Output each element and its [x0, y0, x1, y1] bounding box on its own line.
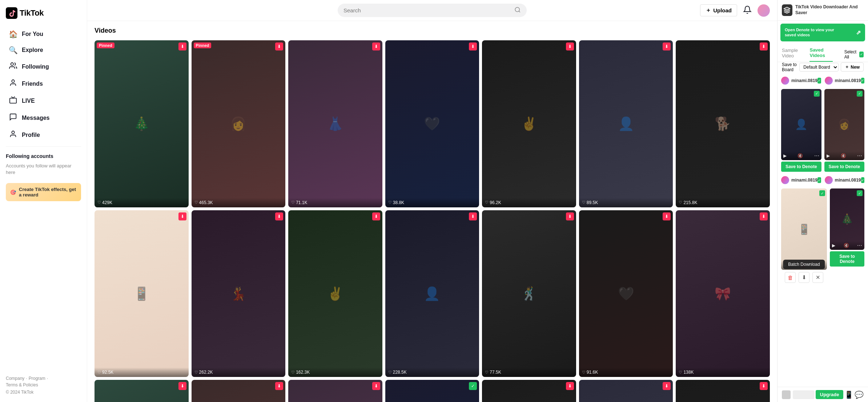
download-badge[interactable]: ⬇	[372, 212, 380, 220]
video-checkbox[interactable]: ✓	[857, 190, 863, 196]
volume-icon[interactable]: 🔇	[797, 153, 803, 158]
video-card[interactable]: 🎩 ⬇ ♡ 84K	[95, 380, 189, 402]
more-options-icon[interactable]: ⋯	[814, 153, 819, 159]
download-badge[interactable]: ⬇	[469, 212, 477, 220]
upgrade-button[interactable]: Upgrade	[816, 390, 844, 399]
like-count: 71.1K	[296, 200, 307, 205]
download-badge[interactable]: ⬇	[178, 382, 186, 390]
volume-icon[interactable]: 🔇	[841, 153, 846, 158]
video-card[interactable]: 🐕 ⬇ ♡ 215.8K	[676, 40, 770, 207]
denote-video-item[interactable]: 🎄 ✓ ▶ 🔇 ⋯	[830, 188, 864, 250]
download-badge[interactable]: ⬇	[469, 42, 477, 50]
create-effects-icon: 🎯	[10, 190, 16, 195]
close-button[interactable]: ✕	[812, 272, 823, 283]
download-badge[interactable]: ⬇	[663, 42, 671, 50]
search-input[interactable]	[343, 7, 511, 13]
company-link[interactable]: Company	[6, 376, 24, 381]
volume-icon[interactable]: 🔇	[844, 243, 849, 248]
video-checkbox[interactable]: ✓	[819, 190, 825, 196]
video-card[interactable]: 👤 ⬇ ♡ 240K	[482, 380, 576, 402]
video-card[interactable]: 🎀 ⬇ ♡ 138K	[676, 210, 770, 377]
sidebar-item-live[interactable]: LIVE	[3, 92, 84, 109]
video-card[interactable]: 👗 ⬇ ♡ 71.1K	[288, 40, 382, 207]
search-bar[interactable]	[338, 4, 527, 17]
phone-icon[interactable]: 📱	[844, 390, 853, 399]
user-checkbox[interactable]: ✓	[861, 177, 864, 183]
video-card[interactable]: 👆 ⬇ ♡ 107K	[192, 380, 286, 402]
following-accounts-title: Following accounts	[0, 150, 87, 161]
video-card[interactable]: 🎄 Pinned ⬇ ♡ 429K	[95, 40, 189, 207]
user-checkbox[interactable]: ✓	[817, 177, 821, 183]
sidebar-item-messages[interactable]: Messages	[3, 109, 84, 126]
sidebar-item-following[interactable]: Following	[3, 58, 84, 75]
terms-link[interactable]: Terms & Policies	[6, 382, 38, 387]
video-card[interactable]: 🖤 ⬇ ♡ 38.8K	[385, 40, 479, 207]
create-effects-button[interactable]: 🎯 Create TikTok effects, get a reward	[6, 183, 81, 201]
video-card[interactable]: 🌑 ✓ ♡ 53K	[385, 380, 479, 402]
heart-icon: ♡	[582, 370, 586, 375]
tab-saved-videos[interactable]: Saved Videos	[809, 47, 832, 62]
download-badge[interactable]: ⬇	[566, 42, 574, 50]
avatar[interactable]	[758, 4, 770, 17]
board-select[interactable]: Default Board	[799, 63, 839, 72]
download-badge[interactable]: ⬇	[275, 212, 283, 220]
video-card[interactable]: 💃 ⬇ ♡ 262.2K	[192, 210, 286, 377]
sidebar-item-explore[interactable]: 🔍 Explore	[3, 42, 84, 58]
user-checkbox[interactable]: ✓	[861, 78, 864, 84]
select-all-area[interactable]: Select All ✓	[844, 49, 864, 60]
download-badge[interactable]: ⬇	[275, 42, 283, 50]
video-card[interactable]: ✌️ ⬇ ♡ 162.3K	[288, 210, 382, 377]
save-to-denote-button[interactable]: Save to Denote	[824, 162, 865, 172]
select-all-checkbox[interactable]: ✓	[859, 52, 864, 57]
more-options-icon[interactable]: ⋯	[857, 243, 862, 248]
download-badge[interactable]: ⬇	[178, 212, 186, 220]
chat-icon[interactable]: 💬	[855, 390, 864, 399]
download-badge[interactable]: ⬇	[663, 382, 671, 390]
tiktok-logo[interactable]: TikTok	[0, 4, 87, 26]
video-card[interactable]: 👤 ⬇ ♡ 89.5K	[579, 40, 673, 207]
video-card[interactable]: 👤 ⬇ ♡ 228.5K	[385, 210, 479, 377]
denote-video-item[interactable]: 👤 ✓ ▶ 🔇 ⋯	[781, 89, 821, 160]
video-card[interactable]: 🕺 ⬇ ♡ 77.5K	[482, 210, 576, 377]
save-to-denote-button[interactable]: Save to Denote	[781, 162, 821, 172]
video-card[interactable]: 📱 ⬇ ♡ 92.5K	[95, 210, 189, 377]
download-badge[interactable]: ⬇	[566, 212, 574, 220]
new-board-button[interactable]: ＋ New	[841, 62, 864, 72]
more-options-icon[interactable]: ⋯	[857, 153, 862, 159]
video-card[interactable]: ✌️ ⬇ ♡ 96.2K	[482, 40, 576, 207]
play-icon[interactable]: ▶	[783, 153, 787, 158]
download-badge[interactable]: ⬇	[372, 42, 380, 50]
user-checkbox[interactable]: ✓	[817, 78, 821, 84]
notifications-icon[interactable]	[743, 5, 752, 15]
upload-button[interactable]: ＋ Upload	[700, 4, 737, 16]
download-badge[interactable]: ⬇	[760, 382, 768, 390]
video-checkbox[interactable]: ✓	[857, 91, 863, 97]
delete-button[interactable]: 🗑	[785, 272, 796, 283]
open-denote-button[interactable]: Open Denote to view your saved videos ⇗	[780, 24, 865, 41]
video-checkbox[interactable]: ✓	[814, 91, 820, 97]
download-badge[interactable]: ⬇	[178, 42, 186, 50]
sidebar-item-for-you[interactable]: 🏠 For You	[3, 26, 84, 42]
video-card[interactable]: 🌑 ⬇ ♡ 119K	[288, 380, 382, 402]
video-card[interactable]: 🐩 ⬇ ♡ 115K	[579, 380, 673, 402]
denote-video-item[interactable]: 📱 ✓ ▶ 🔇 ⋯	[781, 188, 827, 270]
video-card[interactable]: 🖤 ⬇ ♡ 91.6K	[579, 210, 673, 377]
sidebar-item-profile[interactable]: Profile	[3, 126, 84, 143]
download-button[interactable]: ⬇	[799, 272, 809, 283]
download-badge[interactable]: ⬇	[566, 382, 574, 390]
video-card[interactable]: 👩 Pinned ⬇ ♡ 465.3K	[192, 40, 286, 207]
heart-icon: ♡	[485, 370, 489, 375]
play-icon[interactable]: ▶	[832, 243, 835, 248]
video-card[interactable]: 🎄 ⬇ ♡ 97K	[676, 380, 770, 402]
save-to-denote-button[interactable]: Save to Denote	[830, 251, 864, 267]
download-badge[interactable]: ⬇	[760, 212, 768, 220]
tab-sample-video[interactable]: Sample Video	[782, 48, 804, 61]
download-badge[interactable]: ⬇	[760, 42, 768, 50]
sidebar-item-friends[interactable]: Friends	[3, 75, 84, 92]
play-icon[interactable]: ▶	[827, 153, 830, 158]
denote-video-item[interactable]: 👩 ✓ ▶ 🔇 ⋯	[824, 89, 865, 160]
download-badge[interactable]: ⬇	[663, 212, 671, 220]
program-link[interactable]: Program	[29, 376, 45, 381]
download-badge[interactable]: ⬇	[275, 382, 283, 390]
download-badge[interactable]: ⬇	[372, 382, 380, 390]
